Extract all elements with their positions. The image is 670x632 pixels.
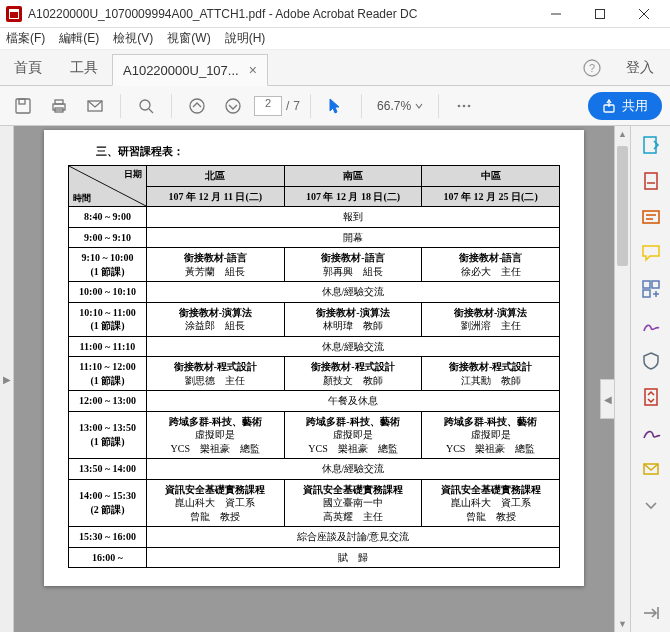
table-row: 8:40 ~ 9:00報到 bbox=[69, 207, 560, 228]
time-cell: 11:10 ~ 12:00(1 節課) bbox=[69, 357, 147, 391]
page-number-input[interactable]: 2 bbox=[254, 96, 282, 116]
window-close-button[interactable] bbox=[622, 0, 666, 28]
zoom-value: 66.7% bbox=[377, 99, 411, 113]
scroll-up-icon[interactable]: ▲ bbox=[615, 126, 630, 142]
print-button[interactable] bbox=[44, 91, 74, 121]
time-cell: 15:30 ~ 16:00 bbox=[69, 527, 147, 548]
share-button[interactable]: 共用 bbox=[588, 92, 662, 120]
toolbar: 2 / 7 66.7% 共用 bbox=[0, 86, 670, 126]
span-cell: 報到 bbox=[147, 207, 560, 228]
fill-sign-icon[interactable] bbox=[640, 422, 662, 444]
menu-edit[interactable]: 編輯(E) bbox=[59, 30, 99, 47]
time-cell: 13:50 ~ 14:00 bbox=[69, 459, 147, 480]
session-cell: 銜接教材-程式設計劉思德 主任 bbox=[147, 357, 285, 391]
time-cell: 14:00 ~ 15:30(2 節課) bbox=[69, 479, 147, 527]
schedule-caption: 三、研習課程表： bbox=[96, 144, 560, 159]
span-cell: 賦 歸 bbox=[147, 547, 560, 568]
protect-icon[interactable] bbox=[640, 350, 662, 372]
svg-point-18 bbox=[468, 104, 471, 107]
table-row: 9:00 ~ 9:10開幕 bbox=[69, 227, 560, 248]
chevron-down-icon bbox=[415, 102, 423, 110]
page-indicator: 2 / 7 bbox=[254, 96, 300, 116]
session-cell: 銜接教材-演算法劉洲溶 主任 bbox=[422, 302, 560, 336]
svg-rect-9 bbox=[55, 100, 63, 104]
th-region-south: 南區 bbox=[284, 166, 422, 187]
svg-point-14 bbox=[190, 99, 204, 113]
session-cell: 跨域多群-科技、藝術虛擬即是YCS 樂祖豪 總監 bbox=[284, 411, 422, 459]
tab-close-icon[interactable]: × bbox=[249, 62, 257, 78]
create-pdf-icon[interactable] bbox=[640, 170, 662, 192]
page-up-button[interactable] bbox=[182, 91, 212, 121]
document-view[interactable]: 三、研習課程表： 日期 時間 北區 南區 中區 107 年 12 月 bbox=[14, 126, 614, 632]
table-row: 12:00 ~ 13:00午餐及休息 bbox=[69, 391, 560, 412]
left-panel-toggle[interactable]: ▶ bbox=[0, 126, 14, 632]
svg-rect-27 bbox=[643, 281, 650, 288]
right-tool-rail bbox=[630, 126, 670, 632]
share-label: 共用 bbox=[622, 97, 648, 115]
vertical-scrollbar[interactable]: ▲ ▼ bbox=[614, 126, 630, 632]
share-icon bbox=[602, 99, 616, 113]
save-button[interactable] bbox=[8, 91, 38, 121]
send-icon[interactable] bbox=[640, 458, 662, 480]
svg-text:?: ? bbox=[589, 62, 595, 74]
menu-view[interactable]: 檢視(V) bbox=[113, 30, 153, 47]
span-cell: 午餐及休息 bbox=[147, 391, 560, 412]
th-region-north: 北區 bbox=[147, 166, 285, 187]
organize-icon[interactable] bbox=[640, 278, 662, 300]
edit-pdf-icon[interactable] bbox=[640, 206, 662, 228]
comment-icon[interactable] bbox=[640, 242, 662, 264]
page-down-button[interactable] bbox=[218, 91, 248, 121]
session-cell: 銜接教材-語言黃芳蘭 組長 bbox=[147, 248, 285, 282]
svg-rect-23 bbox=[645, 173, 657, 189]
sign-in-button[interactable]: 登入 bbox=[610, 50, 670, 85]
document-tab[interactable]: A10220000U_107... × bbox=[112, 54, 268, 86]
time-cell: 12:00 ~ 13:00 bbox=[69, 391, 147, 412]
window-minimize-button[interactable] bbox=[534, 0, 578, 28]
export-pdf-icon[interactable] bbox=[640, 134, 662, 156]
th-date-south: 107 年 12 月 18 日(二) bbox=[284, 186, 422, 207]
document-tab-label: A10220000U_107... bbox=[123, 63, 239, 78]
zoom-select[interactable]: 66.7% bbox=[372, 96, 428, 116]
time-cell: 9:00 ~ 9:10 bbox=[69, 227, 147, 248]
email-button[interactable] bbox=[80, 91, 110, 121]
table-row: 13:00 ~ 13:50(1 節課)跨域多群-科技、藝術虛擬即是YCS 樂祖豪… bbox=[69, 411, 560, 459]
help-button[interactable]: ? bbox=[574, 50, 610, 85]
table-row: 16:00 ~賦 歸 bbox=[69, 547, 560, 568]
rail-more-icon[interactable] bbox=[640, 494, 662, 516]
session-cell: 銜接教材-程式設計江其勳 教師 bbox=[422, 357, 560, 391]
svg-rect-7 bbox=[19, 99, 25, 104]
menu-file[interactable]: 檔案(F) bbox=[6, 30, 45, 47]
scrollbar-thumb[interactable] bbox=[617, 146, 628, 266]
window-maximize-button[interactable] bbox=[578, 0, 622, 28]
page-total: 7 bbox=[293, 99, 300, 113]
span-cell: 開幕 bbox=[147, 227, 560, 248]
table-header-diag: 日期 時間 bbox=[69, 166, 147, 207]
sign-icon[interactable] bbox=[640, 314, 662, 336]
session-cell: 銜接教材-語言郭再興 組長 bbox=[284, 248, 422, 282]
main-area: ▶ 三、研習課程表： 日期 時間 北區 南區 中區 bbox=[0, 126, 670, 632]
page-sep: / bbox=[286, 99, 289, 113]
more-tools-button[interactable] bbox=[449, 91, 479, 121]
svg-point-15 bbox=[226, 99, 240, 113]
session-cell: 銜接教材-演算法涂益郎 組長 bbox=[147, 302, 285, 336]
search-button[interactable] bbox=[131, 91, 161, 121]
menu-bar: 檔案(F) 編輯(E) 檢視(V) 視窗(W) 說明(H) bbox=[0, 28, 670, 50]
menu-window[interactable]: 視窗(W) bbox=[167, 30, 210, 47]
nav-home[interactable]: 首頁 bbox=[0, 50, 56, 85]
compress-icon[interactable] bbox=[640, 386, 662, 408]
select-tool-button[interactable] bbox=[321, 91, 351, 121]
right-panel-toggle[interactable]: ◀ bbox=[600, 379, 614, 419]
session-cell: 跨域多群-科技、藝術虛擬即是YCS 樂祖豪 總監 bbox=[422, 411, 560, 459]
time-cell: 8:40 ~ 9:00 bbox=[69, 207, 147, 228]
time-cell: 16:00 ~ bbox=[69, 547, 147, 568]
scroll-down-icon[interactable]: ▼ bbox=[615, 616, 630, 632]
span-cell: 休息/經驗交流 bbox=[147, 336, 560, 357]
menu-help[interactable]: 說明(H) bbox=[225, 30, 266, 47]
nav-tools[interactable]: 工具 bbox=[56, 50, 112, 85]
time-cell: 13:00 ~ 13:50(1 節課) bbox=[69, 411, 147, 459]
th-date-north: 107 年 12 月 11 日(二) bbox=[147, 186, 285, 207]
table-row: 14:00 ~ 15:30(2 節課)資訊安全基礎實務課程崑山科大 資工系曾龍 … bbox=[69, 479, 560, 527]
collapse-rail-icon[interactable] bbox=[640, 602, 662, 624]
svg-point-17 bbox=[463, 104, 466, 107]
svg-point-16 bbox=[458, 104, 461, 107]
